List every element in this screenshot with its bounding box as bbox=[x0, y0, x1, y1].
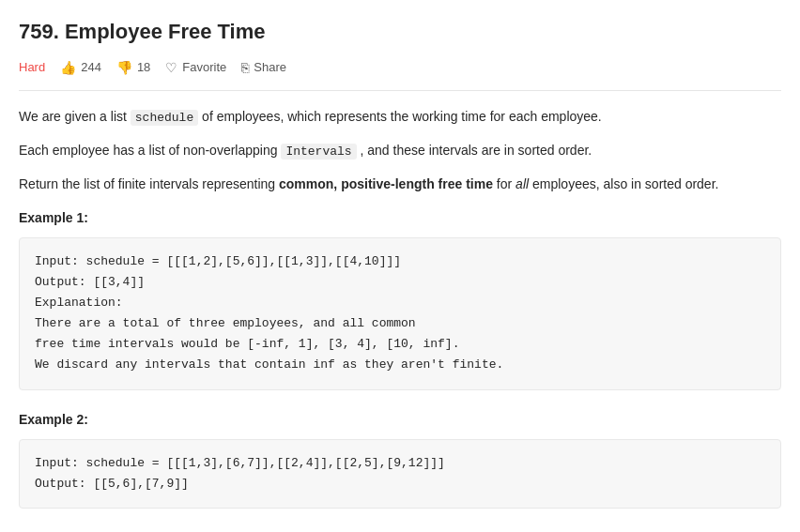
example-1-code: Input: schedule = [[[1,2],[5,6]],[[1,3]]… bbox=[19, 237, 781, 390]
desc-line-2: Each employee has a list of non-overlapp… bbox=[19, 140, 781, 162]
intervals-code: Intervals bbox=[281, 144, 356, 160]
example-1-section: Example 1: Input: schedule = [[[1,2],[5,… bbox=[19, 207, 781, 390]
thumbs-up-icon: 👍 bbox=[60, 57, 76, 78]
desc-line-3: Return the list of finite intervals repr… bbox=[19, 174, 781, 196]
problem-description: We are given a list schedule of employee… bbox=[19, 106, 781, 196]
example-1-title: Example 1: bbox=[19, 207, 781, 228]
favorite-label: Favorite bbox=[182, 58, 226, 78]
schedule-code: schedule bbox=[131, 110, 198, 126]
thumbs-down-icon: 👎 bbox=[116, 57, 132, 78]
example-2-title: Example 2: bbox=[19, 409, 781, 430]
downvote-button[interactable]: 👎 18 bbox=[116, 57, 150, 78]
share-button[interactable]: ⎘ Share bbox=[241, 57, 286, 78]
italic-all: all bbox=[515, 176, 529, 191]
heart-icon: ♡ bbox=[165, 57, 177, 78]
meta-row: Hard 👍 244 👎 18 ♡ Favorite ⎘ Share bbox=[19, 57, 781, 90]
favorite-button[interactable]: ♡ Favorite bbox=[165, 57, 226, 78]
share-icon: ⎘ bbox=[241, 57, 249, 78]
desc-line-1: We are given a list schedule of employee… bbox=[19, 106, 781, 129]
problem-title: 759. Employee Free Time bbox=[19, 15, 781, 48]
share-label: Share bbox=[254, 58, 286, 78]
example-2-code: Input: schedule = [[[1,3],[6,7]],[[2,4]]… bbox=[19, 439, 781, 509]
downvote-count: 18 bbox=[137, 58, 150, 78]
upvote-button[interactable]: 👍 244 bbox=[60, 57, 101, 78]
difficulty-badge: Hard bbox=[19, 58, 45, 78]
example-2-section: Example 2: Input: schedule = [[[1,3],[6,… bbox=[19, 409, 781, 509]
upvote-count: 244 bbox=[81, 58, 101, 78]
bold-text: common, positive-length free time bbox=[279, 176, 493, 191]
